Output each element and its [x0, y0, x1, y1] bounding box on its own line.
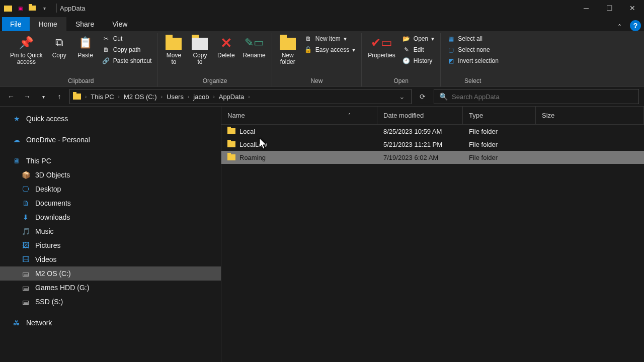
tree-3d-objects[interactable]: 📦3D Objects — [0, 168, 221, 182]
invert-selection-button[interactable]: ◩Invert selection — [445, 56, 501, 65]
search-icon: 🔍 — [439, 93, 448, 101]
copy-path-button[interactable]: 🗎Copy path — [100, 45, 154, 54]
crumb-thispc[interactable]: This PC — [89, 92, 116, 102]
properties-button[interactable]: ✔▭ Properties — [366, 33, 397, 60]
tree-network[interactable]: 🖧 Network — [0, 316, 221, 330]
search-box[interactable]: 🔍 — [434, 89, 639, 104]
col-size[interactable]: Size — [536, 107, 644, 124]
tree-pictures[interactable]: 🖼Pictures — [0, 238, 221, 252]
back-button[interactable]: ← — [5, 90, 17, 103]
edit-button[interactable]: ✎Edit — [400, 45, 436, 54]
qat-dropdown-icon[interactable]: ▾ — [40, 4, 48, 12]
copy-to-button[interactable]: Copy to — [188, 33, 211, 66]
tree-ssd[interactable]: 🖴SSD (S:) — [0, 295, 221, 309]
copy-button[interactable]: ⧉ Copy — [48, 33, 71, 60]
easyaccess-icon: 🔓 — [304, 46, 312, 54]
tree-documents[interactable]: 🗎Documents — [0, 196, 221, 210]
tab-view[interactable]: View — [103, 17, 136, 31]
maximize-button[interactable]: ☐ — [598, 0, 621, 16]
edit-icon: ✎ — [403, 46, 411, 54]
minimize-button[interactable]: ─ — [575, 0, 598, 16]
properties-icon: ✔▭ — [373, 34, 390, 51]
qat-properties-icon[interactable]: ▣ — [16, 4, 24, 12]
up-button[interactable]: ↑ — [53, 90, 65, 103]
ribbon-group-organize: Move to Copy to ✕ Delete ✎▭ Rename Organ… — [158, 33, 272, 86]
recent-button[interactable]: ▾ — [37, 90, 49, 103]
newitem-icon: 🗎 — [304, 35, 312, 43]
history-icon: 🕘 — [403, 57, 411, 65]
rename-button[interactable]: ✎▭ Rename — [240, 33, 267, 60]
file-row-roaming[interactable]: Roaming 7/19/2023 6:02 AM File folder — [221, 151, 644, 164]
address-bar[interactable]: › This PC › M2 OS (C:) › Users › jacob ›… — [69, 89, 412, 104]
refresh-button[interactable]: ⟳ — [416, 93, 430, 101]
file-row-locallow[interactable]: LocalLow 5/21/2023 11:21 PM File folder — [221, 138, 644, 151]
search-input[interactable] — [452, 93, 633, 101]
objects-icon: 📦 — [21, 170, 30, 179]
tree-music[interactable]: 🎵Music — [0, 224, 221, 238]
window-folder-icon — [4, 6, 12, 12]
titlebar-divider — [56, 4, 57, 13]
move-to-button[interactable]: Move to — [162, 33, 185, 66]
titlebar: ▣ ▾ AppData ─ ☐ ✕ — [0, 0, 644, 16]
history-button[interactable]: 🕘History — [400, 56, 436, 65]
easy-access-button[interactable]: 🔓Easy access ▾ — [302, 45, 357, 54]
new-folder-button[interactable]: New folder — [276, 33, 299, 66]
window-title: AppData — [60, 5, 86, 12]
navbar: ← → ▾ ↑ › This PC › M2 OS (C:) › Users ›… — [0, 86, 644, 107]
videos-icon: 🎞 — [21, 255, 30, 264]
qat-newfolder-icon[interactable] — [28, 4, 36, 12]
paste-button[interactable]: 📋 Paste — [74, 33, 97, 60]
col-type[interactable]: Type — [463, 107, 536, 124]
ribbon: 📌 Pin to Quick access ⧉ Copy 📋 Paste ✂Cu… — [0, 31, 644, 86]
col-date[interactable]: Date modified — [377, 107, 463, 124]
tree-m2os[interactable]: 🖴M2 OS (C:) — [0, 266, 221, 281]
address-dropdown[interactable]: ⌄ — [396, 93, 408, 101]
open-button[interactable]: 📂Open ▾ — [400, 34, 436, 43]
selectnone-icon: ▢ — [447, 46, 455, 54]
tree-quick-access[interactable]: ★ Quick access — [0, 112, 221, 126]
tree-onedrive[interactable]: ☁ OneDrive - Personal — [0, 133, 221, 147]
ribbon-tabs: File Home Share View ˄ ? — [0, 16, 644, 31]
tab-file[interactable]: File — [2, 17, 30, 31]
tree-games-hdd[interactable]: 🖴Games HDD (G:) — [0, 281, 221, 295]
tree-desktop[interactable]: 🖵Desktop — [0, 182, 221, 196]
network-icon: 🖧 — [12, 318, 21, 327]
breadcrumb-sep: › — [84, 94, 88, 100]
tree-this-pc[interactable]: 🖥 This PC — [0, 154, 221, 168]
cut-icon: ✂ — [102, 35, 110, 43]
address-folder-icon — [73, 94, 81, 100]
select-none-button[interactable]: ▢Select none — [445, 45, 501, 54]
pin-icon: 📌 — [18, 34, 35, 51]
nav-tree: ★ Quick access ☁ OneDrive - Personal 🖥 T… — [0, 107, 221, 362]
collapse-ribbon-button[interactable]: ˄ — [612, 23, 627, 31]
pin-to-quick-access-button[interactable]: 📌 Pin to Quick access — [8, 33, 45, 66]
select-all-button[interactable]: ▦Select all — [445, 34, 501, 43]
crumb-user[interactable]: jacob — [191, 92, 211, 102]
invert-icon: ◩ — [447, 57, 455, 65]
downloads-icon: ⬇ — [21, 213, 30, 222]
new-item-button[interactable]: 🗎New item ▾ — [302, 34, 357, 43]
help-button[interactable]: ? — [630, 20, 641, 31]
crumb-appdata[interactable]: AppData — [217, 92, 247, 102]
folder-icon — [227, 128, 235, 134]
crumb-drive[interactable]: M2 OS (C:) — [122, 92, 159, 102]
tab-home[interactable]: Home — [30, 17, 66, 31]
tree-videos[interactable]: 🎞Videos — [0, 252, 221, 266]
star-icon: ★ — [12, 114, 21, 123]
col-name[interactable]: Name˄ — [221, 107, 377, 124]
copy-to-icon — [191, 34, 208, 51]
close-button[interactable]: ✕ — [621, 0, 644, 16]
cut-button[interactable]: ✂Cut — [100, 34, 154, 43]
tree-downloads[interactable]: ⬇Downloads — [0, 210, 221, 224]
sort-arrow-icon: ˄ — [348, 113, 351, 118]
quick-access-toolbar: ▣ ▾ — [16, 4, 48, 12]
paste-shortcut-button[interactable]: 🔗Paste shortcut — [100, 56, 154, 65]
delete-button[interactable]: ✕ Delete — [214, 33, 237, 60]
crumb-users[interactable]: Users — [165, 92, 186, 102]
paste-icon: 📋 — [77, 34, 94, 51]
ribbon-group-new: New folder 🗎New item ▾ 🔓Easy access ▾ Ne… — [272, 33, 362, 86]
tab-share[interactable]: Share — [66, 17, 103, 31]
file-row-local[interactable]: Local 8/25/2023 10:59 AM File folder — [221, 125, 644, 138]
forward-button[interactable]: → — [21, 90, 33, 103]
desktop-icon: 🖵 — [21, 185, 30, 194]
